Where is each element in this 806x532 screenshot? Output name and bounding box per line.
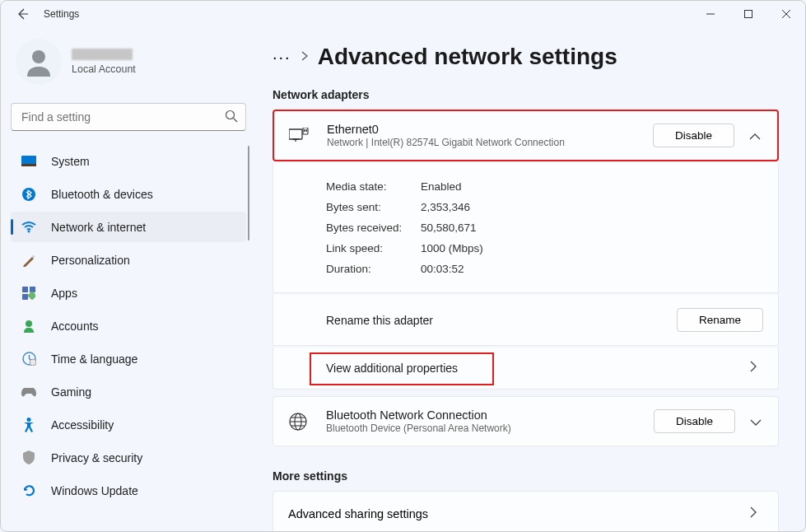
bluetooth-icon (21, 186, 37, 203)
user-name-redacted (72, 49, 133, 60)
sidebar-item-apps[interactable]: Apps (11, 278, 246, 308)
back-button[interactable] (14, 6, 30, 22)
chevron-right-icon (750, 361, 763, 376)
svg-point-19 (27, 418, 31, 422)
privacy-icon (21, 450, 37, 466)
ethernet-icon (289, 128, 309, 144)
svg-point-5 (226, 111, 235, 119)
nav-label: Accessibility (51, 418, 114, 432)
svg-point-18 (30, 359, 36, 366)
network-icon (21, 219, 37, 236)
page-title: Advanced network settings (318, 44, 617, 70)
nav-label: Personalization (51, 254, 130, 267)
svg-point-10 (28, 230, 30, 232)
sharing-label: Advanced sharing settings (288, 507, 428, 520)
view-additional-properties-row[interactable]: View additional properties (273, 348, 779, 390)
maximize-button[interactable] (729, 1, 767, 27)
sidebar-item-time[interactable]: Time & language (11, 343, 246, 374)
nav-label: Privacy & security (51, 451, 142, 464)
adapter-ethernet-header[interactable]: Ethernet0 Network | Intel(R) 82574L Giga… (273, 110, 779, 161)
avatar (16, 39, 62, 85)
detail-sent-value: 2,353,346 (421, 201, 470, 213)
personalization-icon (21, 252, 37, 268)
adapter-name: Ethernet0 (327, 123, 635, 136)
svg-line-6 (234, 119, 238, 123)
adapter-desc: Network | Intel(R) 82574L Gigabit Networ… (327, 137, 635, 148)
detail-recv-value: 50,580,671 (421, 222, 477, 234)
user-type: Local Account (72, 63, 136, 75)
nav-label: Apps (51, 287, 77, 300)
nav-label: Windows Update (51, 484, 138, 497)
minimize-button[interactable] (692, 1, 729, 27)
sidebar-item-gaming[interactable]: Gaming (11, 376, 246, 407)
system-icon (21, 153, 37, 170)
svg-point-4 (32, 50, 45, 63)
search-icon (225, 110, 238, 126)
rename-adapter-row[interactable]: Rename this adapter Rename (273, 295, 779, 346)
search-input[interactable] (11, 103, 246, 131)
nav-label: System (51, 155, 90, 168)
chevron-up-icon[interactable] (749, 128, 762, 143)
detail-speed-value: 1000 (Mbps) (421, 242, 483, 254)
section-adapters: Network adapters (273, 88, 779, 101)
detail-duration-value: 00:03:52 (421, 263, 464, 275)
detail-sent-label: Bytes sent: (326, 201, 421, 213)
app-title: Settings (44, 8, 79, 20)
detail-recv-label: Bytes received: (326, 222, 421, 234)
adapter-details: Media state:Enabled Bytes sent:2,353,346… (273, 163, 779, 293)
svg-rect-12 (22, 287, 28, 292)
chevron-right-icon (750, 506, 763, 520)
breadcrumb-overflow[interactable]: ··· (273, 48, 291, 67)
sidebar-item-privacy[interactable]: Privacy & security (11, 442, 246, 473)
adapter-name: Bluetooth Network Connection (326, 408, 636, 422)
sidebar-item-update[interactable]: Windows Update (11, 475, 246, 506)
update-icon (21, 483, 37, 499)
nav-label: Network & internet (51, 221, 146, 234)
disable-button[interactable]: Disable (654, 409, 735, 433)
gaming-icon (21, 384, 37, 400)
detail-speed-label: Link speed: (326, 242, 421, 254)
chevron-down-icon[interactable] (750, 414, 763, 429)
nav-label: Accounts (51, 320, 99, 333)
nav-label: Gaming (51, 385, 91, 399)
additional-label: View additional properties (326, 362, 458, 375)
detail-duration-label: Duration: (326, 263, 421, 275)
nav-label: Time & language (51, 352, 137, 366)
svg-rect-8 (21, 164, 36, 166)
section-more: More settings (273, 469, 779, 483)
svg-rect-14 (22, 294, 28, 300)
adapter-bluetooth-header[interactable]: Bluetooth Network Connection Bluetooth D… (273, 396, 779, 446)
chevron-right-icon (301, 49, 308, 64)
nav-label: Bluetooth & devices (51, 188, 153, 201)
nav-scroll-indicator[interactable] (248, 146, 249, 240)
adapter-desc: Bluetooth Device (Personal Area Network) (326, 422, 636, 434)
detail-media-label: Media state: (326, 180, 421, 193)
accessibility-icon (21, 417, 37, 433)
rename-button[interactable]: Rename (677, 308, 763, 332)
sidebar-item-personalization[interactable]: Personalization (11, 245, 246, 275)
sidebar-item-accounts[interactable]: Accounts (11, 310, 246, 341)
rename-label: Rename this adapter (326, 314, 433, 327)
accounts-icon (21, 318, 37, 334)
user-block[interactable]: Local Account (11, 34, 246, 90)
sidebar-item-system[interactable]: System (11, 146, 246, 176)
sidebar-item-network[interactable]: Network & internet (11, 212, 246, 242)
advanced-sharing-row[interactable]: Advanced sharing settings (273, 491, 779, 531)
sidebar-item-accessibility[interactable]: Accessibility (11, 409, 246, 440)
disable-button[interactable]: Disable (653, 124, 734, 147)
svg-rect-1 (745, 11, 752, 18)
detail-media-value: Enabled (421, 180, 462, 193)
svg-rect-20 (289, 129, 302, 139)
bluetooth-network-icon (288, 413, 308, 431)
svg-point-16 (26, 320, 32, 327)
sidebar-item-bluetooth[interactable]: Bluetooth & devices (11, 179, 246, 209)
close-button[interactable] (767, 1, 805, 27)
time-icon (21, 351, 37, 367)
apps-icon (21, 285, 37, 301)
